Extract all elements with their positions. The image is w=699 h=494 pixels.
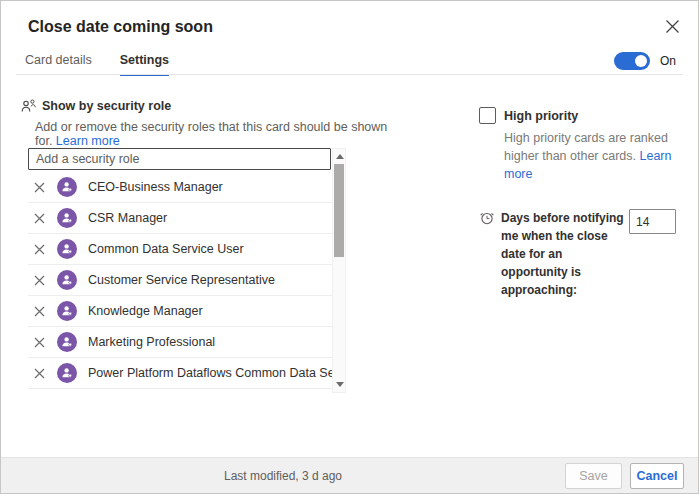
security-role-name: CSR Manager bbox=[88, 211, 167, 225]
security-role-heading-group: Show by security role bbox=[21, 99, 171, 113]
toggle-state-label: On bbox=[660, 54, 676, 68]
card-enabled-toggle[interactable] bbox=[614, 52, 650, 70]
security-role-row: Knowledge Manager bbox=[28, 296, 332, 327]
remove-role-icon[interactable] bbox=[32, 366, 46, 380]
security-role-avatar-icon bbox=[57, 239, 77, 259]
remove-role-icon[interactable] bbox=[32, 211, 46, 225]
card-enabled-toggle-group: On bbox=[614, 52, 676, 70]
add-security-role-input[interactable] bbox=[28, 148, 331, 170]
footer-bar: Last modified, 3 d ago Save Cancel bbox=[1, 457, 698, 493]
notify-days-label: Days before notifying me when the close … bbox=[501, 209, 631, 299]
tab-bar: Card details Settings bbox=[25, 49, 169, 76]
cancel-button[interactable]: Cancel bbox=[630, 463, 684, 489]
security-role-row: Marketing Professional bbox=[28, 327, 332, 358]
scrollbar-thumb[interactable] bbox=[334, 164, 344, 257]
scrollbar-up-icon[interactable] bbox=[336, 154, 344, 159]
security-role-avatar-icon bbox=[57, 301, 77, 321]
remove-role-icon[interactable] bbox=[32, 273, 46, 287]
security-role-name: Customer Service Representative bbox=[88, 273, 275, 287]
security-role-name: Common Data Service User bbox=[88, 242, 244, 256]
security-role-row: Customer Service Representative bbox=[28, 265, 332, 296]
toggle-knob bbox=[635, 55, 647, 67]
security-role-avatar-icon bbox=[57, 363, 77, 383]
security-role-name: CEO-Business Manager bbox=[88, 180, 223, 194]
security-role-avatar-icon bbox=[57, 270, 77, 290]
security-role-description: Add or remove the security roles that th… bbox=[35, 120, 395, 148]
security-role-list: CEO-Business Manager CSR Manager bbox=[28, 172, 332, 391]
tab-settings[interactable]: Settings bbox=[120, 49, 169, 76]
security-role-avatar-icon bbox=[57, 332, 77, 352]
last-modified-text: Last modified, 3 d ago bbox=[1, 469, 565, 483]
security-role-row: CEO-Business Manager bbox=[28, 172, 332, 203]
security-role-name: Knowledge Manager bbox=[88, 304, 203, 318]
notify-days-input[interactable] bbox=[629, 209, 676, 234]
security-role-heading: Show by security role bbox=[42, 99, 171, 113]
page-title: Close date coming soon bbox=[28, 18, 213, 36]
remove-role-icon[interactable] bbox=[32, 304, 46, 318]
security-role-avatar-icon bbox=[57, 177, 77, 197]
security-role-row: Common Data Service User bbox=[28, 234, 332, 265]
scrollbar-down-icon[interactable] bbox=[336, 382, 344, 387]
security-role-name: Marketing Professional bbox=[88, 335, 215, 349]
security-role-avatar-icon bbox=[57, 208, 77, 228]
remove-role-icon[interactable] bbox=[32, 335, 46, 349]
tab-divider bbox=[16, 74, 683, 75]
high-priority-label[interactable]: High priority bbox=[504, 107, 578, 123]
high-priority-description: High priority cards are ranked higher th… bbox=[504, 129, 686, 183]
security-role-learn-more-link[interactable]: Learn more bbox=[56, 134, 120, 148]
remove-role-icon[interactable] bbox=[32, 180, 46, 194]
close-date-dialog: Close date coming soon Card details Sett… bbox=[0, 0, 699, 494]
role-list-scrollbar[interactable] bbox=[332, 148, 346, 393]
high-priority-checkbox[interactable] bbox=[479, 107, 496, 124]
security-role-name: Power Platform Dataflows Common Data Ser… bbox=[88, 366, 332, 380]
high-priority-group: High priority High priority cards are ra… bbox=[479, 107, 687, 183]
security-role-row: Power Platform Dataflows Common Data Ser… bbox=[28, 358, 332, 389]
alarm-clock-icon bbox=[479, 210, 495, 226]
remove-role-icon[interactable] bbox=[32, 242, 46, 256]
save-button[interactable]: Save bbox=[565, 463, 622, 489]
close-icon[interactable] bbox=[662, 16, 682, 36]
people-icon bbox=[21, 99, 36, 113]
security-role-row: CSR Manager bbox=[28, 203, 332, 234]
tab-card-details[interactable]: Card details bbox=[25, 49, 92, 76]
